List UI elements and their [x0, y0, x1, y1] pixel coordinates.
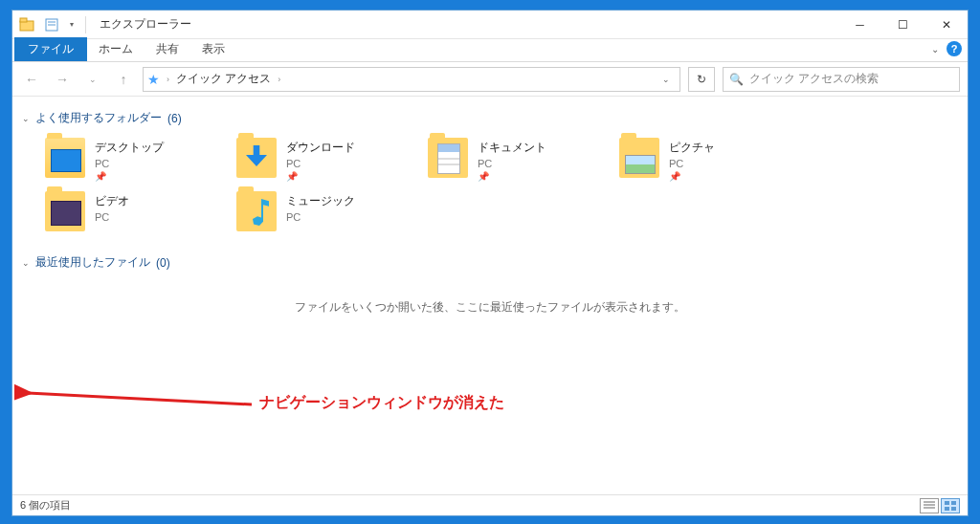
explorer-window: ▾ エクスプローラー ─ ☐ ✕ ファイル ホーム 共有 表示 ⌄ ? ← → …: [11, 10, 969, 516]
folder-text: ピクチャPC📌: [669, 138, 715, 182]
folder-text: ダウンロードPC📌: [286, 138, 355, 182]
pin-icon: 📌: [669, 171, 715, 182]
group-recent-count: (0): [156, 256, 170, 270]
frequent-folder-grid: デスクトップPC📌ダウンロードPC📌ドキュメントPC📌ピクチャPC📌ビデオPCミ…: [22, 136, 958, 233]
search-box[interactable]: 🔍 クイック アクセスの検索: [723, 67, 960, 92]
folder-text: ミュージックPC: [286, 191, 355, 223]
folder-name: デスクトップ: [95, 140, 164, 156]
folder-item[interactable]: ドキュメントPC📌: [426, 136, 604, 184]
titlebar: ▾ エクスプローラー ─ ☐ ✕: [12, 11, 968, 39]
folder-sub: PC: [95, 158, 164, 169]
address-bar[interactable]: ★ › クイック アクセス › ⌄: [143, 67, 680, 92]
content-pane: ⌄ よく使用するフォルダー (6) デスクトップPC📌ダウンロードPC📌ドキュメ…: [12, 97, 968, 494]
folder-icon: [428, 138, 468, 178]
folder-sub: PC: [95, 211, 129, 223]
annotation-text: ナビゲーションウィンドウが消えた: [259, 393, 504, 413]
breadcrumb-sep[interactable]: ›: [167, 75, 169, 84]
close-button[interactable]: ✕: [924, 11, 968, 39]
qat-properties-icon[interactable]: [41, 14, 62, 35]
group-frequent-label: よく使用するフォルダー: [35, 110, 162, 126]
tab-view[interactable]: 表示: [190, 37, 236, 61]
qat-dropdown-icon[interactable]: ▾: [66, 14, 78, 35]
folder-sub: PC: [478, 158, 546, 169]
nav-up-button[interactable]: ↑: [112, 68, 135, 91]
group-recent-header[interactable]: ⌄ 最近使用したファイル (0): [22, 247, 958, 280]
search-icon: 🔍: [729, 73, 744, 86]
chevron-down-icon: ⌄: [22, 114, 30, 123]
window-controls: ─ ☐ ✕: [838, 11, 968, 39]
maximize-button[interactable]: ☐: [881, 11, 924, 39]
folder-item[interactable]: ピクチャPC📌: [617, 136, 795, 184]
folder-item[interactable]: ダウンロードPC📌: [234, 136, 412, 184]
breadcrumb-location[interactable]: クイック アクセス: [176, 71, 271, 87]
status-bar: 6 個の項目: [12, 494, 968, 515]
pin-icon: 📌: [286, 171, 355, 182]
svg-rect-1: [20, 18, 27, 22]
expand-ribbon-icon[interactable]: ⌄: [931, 44, 939, 55]
folder-name: ピクチャ: [669, 140, 715, 156]
group-recent-label: 最近使用したファイル: [35, 254, 150, 271]
folder-item[interactable]: デスクトップPC📌: [43, 136, 221, 184]
nav-back-button[interactable]: ←: [20, 68, 43, 91]
group-frequent-header[interactable]: ⌄ よく使用するフォルダー (6): [22, 102, 958, 136]
folder-name: ダウンロード: [286, 140, 355, 156]
annotation-arrow: [14, 382, 254, 414]
folder-text: ビデオPC: [95, 191, 129, 223]
separator: [85, 16, 86, 33]
svg-rect-10: [945, 501, 949, 505]
folder-icon: [236, 191, 277, 231]
svg-rect-13: [951, 507, 956, 511]
quick-access-toolbar: ▾ エクスプローラー: [12, 14, 191, 35]
folder-icon: [45, 138, 85, 178]
search-placeholder: クイック アクセスの検索: [749, 71, 879, 87]
folder-item[interactable]: ミュージックPC: [234, 189, 412, 233]
breadcrumb-sep[interactable]: ›: [278, 75, 280, 84]
address-bar-row: ← → ⌄ ↑ ★ › クイック アクセス › ⌄ ↻ 🔍 クイック アクセスの…: [12, 62, 968, 97]
folder-icon: [236, 138, 277, 178]
pin-icon: 📌: [478, 171, 546, 182]
refresh-button[interactable]: ↻: [688, 67, 715, 92]
status-item-count: 6 個の項目: [20, 498, 71, 513]
chevron-down-icon: ⌄: [22, 258, 30, 268]
svg-line-6: [28, 393, 252, 404]
folder-icon: [619, 138, 659, 178]
quick-access-star-icon: ★: [147, 72, 160, 87]
recent-empty-message: ファイルをいくつか開いた後、ここに最近使ったファイルが表示されます。: [22, 280, 958, 321]
help-icon[interactable]: ?: [947, 41, 962, 56]
view-large-icons-button[interactable]: [941, 498, 960, 513]
tab-share[interactable]: 共有: [145, 37, 190, 61]
folder-name: ミュージック: [286, 193, 355, 209]
folder-text: デスクトップPC📌: [95, 138, 164, 182]
folder-name: ドキュメント: [478, 140, 546, 156]
folder-text: ドキュメントPC📌: [478, 138, 546, 182]
folder-name: ビデオ: [95, 193, 129, 209]
pin-icon: 📌: [95, 171, 164, 182]
view-details-button[interactable]: [920, 498, 939, 513]
tab-file[interactable]: ファイル: [14, 37, 87, 61]
folder-item[interactable]: ビデオPC: [43, 189, 221, 233]
nav-forward-button[interactable]: →: [51, 68, 74, 91]
group-frequent-count: (6): [167, 112, 182, 125]
ribbon-tabs: ファイル ホーム 共有 表示 ⌄ ?: [12, 39, 968, 62]
explorer-icon[interactable]: [16, 14, 37, 35]
folder-sub: PC: [286, 211, 355, 223]
folder-sub: PC: [669, 158, 715, 169]
svg-rect-12: [945, 507, 949, 511]
nav-recent-dropdown[interactable]: ⌄: [81, 68, 104, 91]
folder-sub: PC: [286, 158, 355, 169]
view-mode-buttons: [920, 498, 960, 513]
tab-home[interactable]: ホーム: [87, 37, 145, 61]
address-dropdown-icon[interactable]: ⌄: [657, 75, 676, 84]
svg-rect-11: [951, 501, 956, 505]
window-title: エクスプローラー: [100, 16, 191, 33]
folder-icon: [45, 191, 85, 231]
minimize-button[interactable]: ─: [838, 11, 881, 39]
